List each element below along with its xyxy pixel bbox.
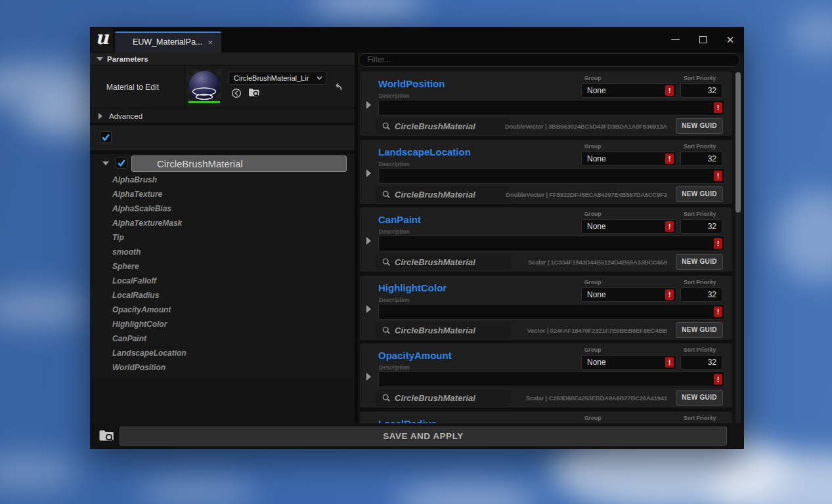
description-label: Description (379, 364, 410, 371)
material-chip-label: CircleBrushMaterial (395, 190, 475, 200)
collapse-arrow-icon[interactable] (102, 161, 109, 165)
parameter-list-item[interactable]: AlphaScaleBias (90, 201, 355, 216)
description-label: Description (379, 297, 410, 303)
new-guid-button[interactable]: NEW GUID (676, 118, 723, 134)
group-label: Group (584, 211, 602, 217)
filter-input[interactable]: Filter... (359, 53, 740, 67)
group-value: None (587, 84, 606, 97)
expand-arrow-icon[interactable] (366, 237, 371, 245)
parameter-name[interactable]: CanPaint (378, 214, 421, 225)
error-badge: ! (665, 221, 674, 232)
group-label: Group (584, 143, 602, 150)
description-input[interactable]: ! (378, 304, 725, 320)
minimize-icon (671, 39, 680, 41)
parameter-list-item[interactable]: smooth (90, 245, 355, 259)
parameters-header-label: Parameters (107, 55, 148, 63)
new-guid-button[interactable]: NEW GUID (676, 390, 723, 406)
error-badge: ! (714, 102, 722, 113)
browse-to-asset-button[interactable] (248, 87, 260, 100)
parameter-list-item[interactable]: HighlightColor (90, 317, 355, 331)
expand-arrow-icon (99, 113, 102, 119)
material-chip-label: CircleBrushMaterial (395, 393, 475, 403)
new-guid-button[interactable]: NEW GUID (676, 322, 723, 338)
group-input[interactable]: None ! (581, 355, 676, 369)
save-and-apply-button[interactable]: SAVE AND APPLY (120, 427, 727, 446)
material-to-edit-row: Material to Edit CircleBrushMaterial_Lir (90, 66, 355, 108)
material-chip-label: CircleBrushMaterial (395, 121, 475, 131)
group-input[interactable]: None ! (581, 287, 676, 302)
description-input[interactable]: ! (378, 168, 725, 184)
sort-priority-input[interactable]: 32 (680, 355, 722, 369)
use-selected-asset-button[interactable] (231, 88, 242, 101)
scrollbar[interactable] (735, 72, 741, 423)
description-input[interactable]: ! (378, 236, 725, 251)
expand-arrow-icon[interactable] (366, 101, 371, 109)
group-input[interactable]: None ! (581, 219, 676, 234)
error-badge: ! (665, 154, 674, 164)
sort-priority-input[interactable]: 32 (680, 219, 722, 234)
parameter-name[interactable]: LocalRadius (378, 418, 437, 424)
description-input[interactable]: ! (378, 371, 725, 387)
parameter-list-item[interactable]: AlphaTextureMask (90, 216, 355, 230)
group-value: None (587, 220, 606, 233)
parameter-list-item[interactable]: Sphere (90, 259, 355, 274)
parameters-header[interactable]: Parameters (90, 52, 355, 66)
parameter-name[interactable]: HighlightColor (378, 282, 447, 293)
material-chip[interactable]: CircleBrushMaterial (376, 186, 511, 203)
maximize-button[interactable] (689, 27, 716, 52)
check-icon (101, 133, 110, 142)
minimize-button[interactable] (661, 27, 689, 52)
material-chip[interactable]: CircleBrushMaterial (376, 322, 511, 339)
material-asset-dropdown-value: CircleBrushMaterial_Lir (234, 74, 309, 82)
sort-priority-value: 32 (708, 220, 716, 233)
parameter-list-item[interactable]: LandscapeLocation (90, 346, 355, 360)
sort-priority-input[interactable]: 32 (680, 83, 722, 98)
enabled-checkbox[interactable] (100, 131, 112, 143)
new-guid-button[interactable]: NEW GUID (676, 254, 723, 270)
titlebar[interactable]: u EUW_MaterialPa... × ✕ (90, 27, 744, 52)
material-chip[interactable]: CircleBrushMaterial (376, 118, 511, 135)
reset-to-default-button[interactable] (332, 81, 343, 94)
parameter-list-item[interactable]: LocalFalloff (90, 274, 355, 288)
parameter-list-item[interactable]: Tip (90, 230, 355, 245)
material-parameters-group: CircleBrushMaterial AlphaBrushAlphaTextu… (90, 154, 355, 379)
advanced-section[interactable]: Advanced (90, 109, 355, 123)
sort-priority-input[interactable]: 32 (680, 152, 722, 166)
cloud (309, 0, 427, 14)
parameter-list-item[interactable]: AlphaTexture (90, 187, 355, 201)
tab-euw-materialpa[interactable]: EUW_MaterialPa... × (115, 32, 221, 52)
parameter-list: AlphaBrushAlphaTextureAlphaScaleBiasAlph… (90, 173, 355, 375)
close-button[interactable]: ✕ (716, 27, 744, 52)
expand-arrow-icon[interactable] (366, 305, 371, 313)
parameter-list-item[interactable]: OpacityAmount (90, 303, 355, 317)
magnifier-icon (382, 394, 391, 402)
parameter-name[interactable]: LandscapeLocation (378, 146, 471, 158)
expand-arrow-icon[interactable] (366, 169, 371, 177)
material-chip[interactable]: CircleBrushMaterial (376, 390, 511, 406)
parameter-name[interactable]: OpacityAmount (378, 350, 452, 361)
error-badge: ! (665, 357, 674, 368)
scrollbar-thumb[interactable] (735, 72, 741, 213)
group-input[interactable]: None ! (581, 83, 676, 98)
material-chip[interactable]: CircleBrushMaterial (376, 254, 511, 270)
parameter-name[interactable]: WorldPosition (378, 78, 445, 89)
description-input[interactable]: ! (378, 100, 725, 116)
parameter-list-item[interactable]: WorldPosition (90, 360, 355, 375)
group-value: None (587, 356, 606, 369)
parameter-list-item[interactable]: AlphaBrush (90, 173, 355, 187)
material-checkbox[interactable] (116, 157, 127, 169)
material-thumbnail[interactable] (187, 70, 221, 104)
tab-close-icon[interactable]: × (208, 37, 213, 47)
parameter-list-item[interactable]: CanPaint (90, 331, 355, 346)
editor-utility-widget-window: u EUW_MaterialPa... × ✕ Parameters Mater… (90, 27, 744, 449)
description-label: Description (379, 93, 410, 99)
new-guid-button[interactable]: NEW GUID (676, 186, 723, 202)
material-asset-dropdown[interactable]: CircleBrushMaterial_Lir (229, 71, 326, 85)
expand-arrow-icon[interactable] (366, 373, 371, 381)
parameter-list-item[interactable]: LocalRadius (90, 288, 355, 303)
material-name-input[interactable]: CircleBrushMaterial (131, 156, 347, 172)
group-input[interactable]: None ! (581, 152, 676, 166)
footer-bar: SAVE AND APPLY (90, 423, 744, 449)
sort-priority-input[interactable]: 32 (680, 287, 722, 302)
browse-to-asset-button[interactable] (99, 429, 115, 446)
